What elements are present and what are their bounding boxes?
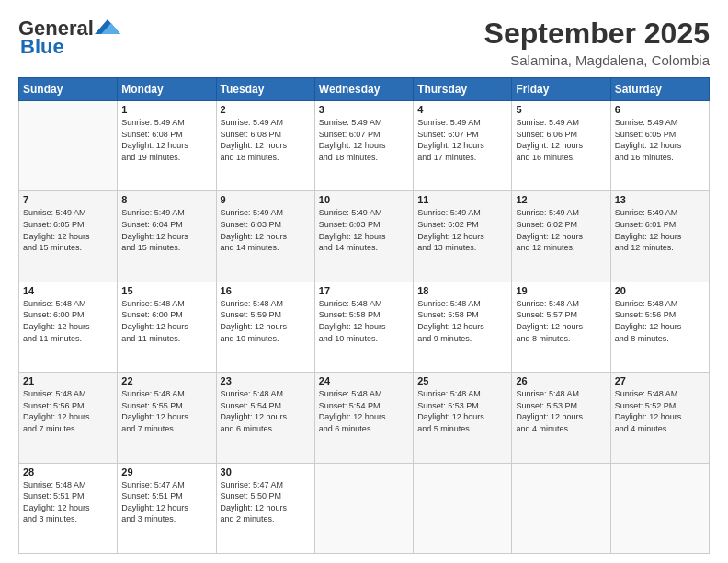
calendar-week-row: 21Sunrise: 5:48 AM Sunset: 5:56 PM Dayli… xyxy=(19,373,710,463)
day-info: Sunrise: 5:48 AM Sunset: 5:56 PM Dayligh… xyxy=(23,388,113,434)
col-saturday: Saturday xyxy=(610,78,709,101)
table-row: 6Sunrise: 5:49 AM Sunset: 6:05 PM Daylig… xyxy=(610,101,709,191)
day-number: 24 xyxy=(319,375,409,386)
table-row: 4Sunrise: 5:49 AM Sunset: 6:07 PM Daylig… xyxy=(414,101,512,191)
col-thursday: Thursday xyxy=(414,78,512,101)
day-info: Sunrise: 5:49 AM Sunset: 6:03 PM Dayligh… xyxy=(319,207,409,253)
day-info: Sunrise: 5:49 AM Sunset: 6:06 PM Dayligh… xyxy=(516,117,606,163)
day-number: 6 xyxy=(615,104,705,115)
day-info: Sunrise: 5:48 AM Sunset: 6:00 PM Dayligh… xyxy=(23,298,113,344)
day-info: Sunrise: 5:48 AM Sunset: 5:53 PM Dayligh… xyxy=(516,388,606,434)
day-info: Sunrise: 5:48 AM Sunset: 5:58 PM Dayligh… xyxy=(417,298,507,344)
calendar-week-row: 7Sunrise: 5:49 AM Sunset: 6:05 PM Daylig… xyxy=(19,191,710,282)
day-info: Sunrise: 5:48 AM Sunset: 5:54 PM Dayligh… xyxy=(319,388,409,434)
table-row: 30Sunrise: 5:47 AM Sunset: 5:50 PM Dayli… xyxy=(216,463,314,553)
day-number: 10 xyxy=(319,194,409,205)
table-row: 1Sunrise: 5:49 AM Sunset: 6:08 PM Daylig… xyxy=(118,101,216,191)
day-number: 2 xyxy=(221,104,311,115)
table-row: 8Sunrise: 5:49 AM Sunset: 6:04 PM Daylig… xyxy=(118,191,216,282)
day-number: 26 xyxy=(516,375,606,386)
table-row: 21Sunrise: 5:48 AM Sunset: 5:56 PM Dayli… xyxy=(19,373,118,463)
day-number: 12 xyxy=(516,194,606,205)
col-tuesday: Tuesday xyxy=(216,78,314,101)
table-row xyxy=(414,463,512,553)
page: General Blue September 2025 Salamina, Ma… xyxy=(0,0,728,563)
table-row: 18Sunrise: 5:48 AM Sunset: 5:58 PM Dayli… xyxy=(414,282,512,372)
day-number: 23 xyxy=(221,375,311,386)
day-number: 29 xyxy=(121,466,211,477)
table-row: 24Sunrise: 5:48 AM Sunset: 5:54 PM Dayli… xyxy=(314,373,413,463)
day-info: Sunrise: 5:49 AM Sunset: 6:02 PM Dayligh… xyxy=(516,207,606,253)
logo: General Blue xyxy=(18,17,120,59)
day-number: 16 xyxy=(221,285,311,296)
day-number: 15 xyxy=(121,285,211,296)
day-number: 22 xyxy=(121,375,211,386)
day-info: Sunrise: 5:49 AM Sunset: 6:07 PM Dayligh… xyxy=(417,117,507,163)
day-info: Sunrise: 5:49 AM Sunset: 6:01 PM Dayligh… xyxy=(615,207,705,253)
table-row: 19Sunrise: 5:48 AM Sunset: 5:57 PM Dayli… xyxy=(512,282,610,372)
day-number: 3 xyxy=(319,104,409,115)
day-number: 1 xyxy=(121,104,211,115)
day-number: 14 xyxy=(23,285,113,296)
table-row xyxy=(610,463,709,553)
day-info: Sunrise: 5:47 AM Sunset: 5:51 PM Dayligh… xyxy=(121,479,211,525)
table-row: 27Sunrise: 5:48 AM Sunset: 5:52 PM Dayli… xyxy=(610,373,709,463)
day-number: 7 xyxy=(23,194,113,205)
logo-icon xyxy=(95,17,120,36)
day-info: Sunrise: 5:48 AM Sunset: 5:58 PM Dayligh… xyxy=(319,298,409,344)
day-number: 9 xyxy=(221,194,311,205)
table-row: 13Sunrise: 5:49 AM Sunset: 6:01 PM Dayli… xyxy=(610,191,709,282)
day-info: Sunrise: 5:49 AM Sunset: 6:08 PM Dayligh… xyxy=(221,117,311,163)
day-info: Sunrise: 5:49 AM Sunset: 6:02 PM Dayligh… xyxy=(417,207,507,253)
col-friday: Friday xyxy=(512,78,610,101)
table-row: 9Sunrise: 5:49 AM Sunset: 6:03 PM Daylig… xyxy=(216,191,314,282)
day-number: 19 xyxy=(516,285,606,296)
day-number: 11 xyxy=(417,194,507,205)
day-info: Sunrise: 5:49 AM Sunset: 6:05 PM Dayligh… xyxy=(615,117,705,163)
day-info: Sunrise: 5:48 AM Sunset: 5:59 PM Dayligh… xyxy=(221,298,311,344)
day-info: Sunrise: 5:49 AM Sunset: 6:08 PM Dayligh… xyxy=(121,117,211,163)
day-info: Sunrise: 5:48 AM Sunset: 5:53 PM Dayligh… xyxy=(417,388,507,434)
calendar-header-row: Sunday Monday Tuesday Wednesday Thursday… xyxy=(19,78,710,101)
table-row: 26Sunrise: 5:48 AM Sunset: 5:53 PM Dayli… xyxy=(512,373,610,463)
location-subtitle: Salamina, Magdalena, Colombia xyxy=(484,52,710,68)
day-info: Sunrise: 5:48 AM Sunset: 5:52 PM Dayligh… xyxy=(615,388,705,434)
table-row: 17Sunrise: 5:48 AM Sunset: 5:58 PM Dayli… xyxy=(314,282,413,372)
day-number: 13 xyxy=(615,194,705,205)
day-number: 17 xyxy=(319,285,409,296)
table-row: 22Sunrise: 5:48 AM Sunset: 5:55 PM Dayli… xyxy=(118,373,216,463)
calendar-table: Sunday Monday Tuesday Wednesday Thursday… xyxy=(18,77,710,554)
calendar-week-row: 28Sunrise: 5:48 AM Sunset: 5:51 PM Dayli… xyxy=(19,463,710,553)
day-number: 20 xyxy=(615,285,705,296)
table-row xyxy=(19,101,118,191)
day-number: 5 xyxy=(516,104,606,115)
day-info: Sunrise: 5:49 AM Sunset: 6:05 PM Dayligh… xyxy=(23,207,113,253)
day-info: Sunrise: 5:48 AM Sunset: 5:54 PM Dayligh… xyxy=(221,388,311,434)
day-info: Sunrise: 5:48 AM Sunset: 6:00 PM Dayligh… xyxy=(121,298,211,344)
day-info: Sunrise: 5:47 AM Sunset: 5:50 PM Dayligh… xyxy=(221,479,311,525)
table-row: 28Sunrise: 5:48 AM Sunset: 5:51 PM Dayli… xyxy=(19,463,118,553)
col-monday: Monday xyxy=(118,78,216,101)
table-row: 20Sunrise: 5:48 AM Sunset: 5:56 PM Dayli… xyxy=(610,282,709,372)
table-row: 15Sunrise: 5:48 AM Sunset: 6:00 PM Dayli… xyxy=(118,282,216,372)
day-number: 4 xyxy=(417,104,507,115)
table-row: 12Sunrise: 5:49 AM Sunset: 6:02 PM Dayli… xyxy=(512,191,610,282)
month-title: September 2025 xyxy=(484,17,710,51)
table-row: 2Sunrise: 5:49 AM Sunset: 6:08 PM Daylig… xyxy=(216,101,314,191)
table-row xyxy=(314,463,413,553)
day-number: 30 xyxy=(221,466,311,477)
table-row: 25Sunrise: 5:48 AM Sunset: 5:53 PM Dayli… xyxy=(414,373,512,463)
col-wednesday: Wednesday xyxy=(314,78,413,101)
day-number: 21 xyxy=(23,375,113,386)
table-row: 7Sunrise: 5:49 AM Sunset: 6:05 PM Daylig… xyxy=(19,191,118,282)
title-block: September 2025 Salamina, Magdalena, Colo… xyxy=(484,17,710,68)
col-sunday: Sunday xyxy=(19,78,118,101)
day-info: Sunrise: 5:48 AM Sunset: 5:56 PM Dayligh… xyxy=(615,298,705,344)
table-row: 14Sunrise: 5:48 AM Sunset: 6:00 PM Dayli… xyxy=(19,282,118,372)
day-number: 27 xyxy=(615,375,705,386)
table-row: 16Sunrise: 5:48 AM Sunset: 5:59 PM Dayli… xyxy=(216,282,314,372)
header: General Blue September 2025 Salamina, Ma… xyxy=(18,17,710,68)
day-info: Sunrise: 5:49 AM Sunset: 6:03 PM Dayligh… xyxy=(221,207,311,253)
day-number: 8 xyxy=(121,194,211,205)
table-row xyxy=(512,463,610,553)
